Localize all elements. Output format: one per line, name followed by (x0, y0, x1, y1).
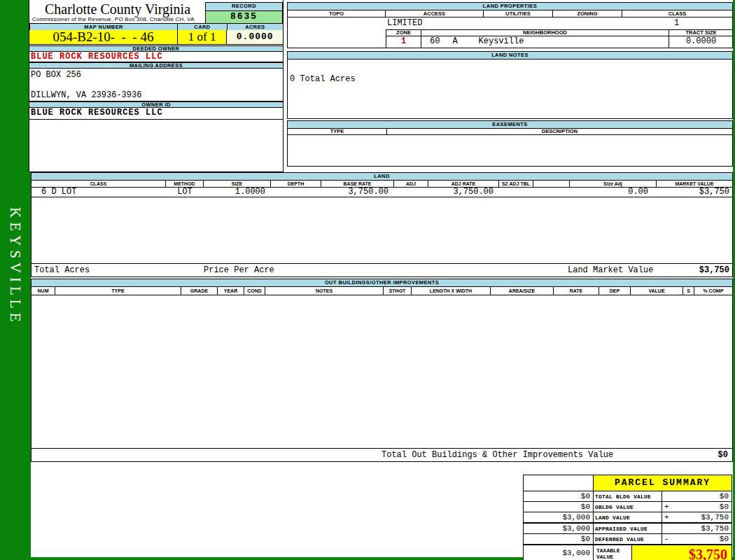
col-depth: DEPTH (271, 181, 321, 188)
out-buildings-title: OUT BUILDINGS/OTHER IMPROVEMENTS (31, 279, 732, 287)
mailing-address-line2: DILLWYN, VA 23936-3936 (31, 90, 141, 100)
taxable-value: $3,750 (632, 545, 732, 560)
deeded-owner-label: DEEDED OWNER (29, 46, 283, 52)
summary-row-land: $3,000 LAND VALUE +$3,750 (524, 512, 732, 522)
col-market-value: MARKET VALUE (657, 181, 732, 188)
land-columns: CLASS METHOD SIZE DEPTH BASE RATE ADJ AD… (31, 181, 732, 188)
land-section: LAND CLASS METHOD SIZE DEPTH BASE RATE A… (31, 172, 733, 277)
deeded-owner-value: BLUE ROCK RESOURCES LLC (29, 52, 283, 62)
commissioner-line: Commissioner of the Revenue, PO Box 308,… (32, 16, 195, 22)
price-per-acre-label: Price Per Acre (204, 265, 274, 275)
col-rate: RATE (554, 287, 599, 295)
acres-value: 0.0000 (227, 30, 283, 44)
land-title: LAND (31, 173, 732, 181)
out-buildings-total-label: Total Out Buildings & Other Improvements… (382, 450, 613, 460)
land-row: 6 D LOT LOT 1.0000 3,750.00 3,750.00 0.0… (31, 188, 732, 197)
col-description: DESCRIPTION (387, 129, 732, 135)
land-properties-section: LAND PROPERTIES TOPO ACCESS UTILITIES ZO… (287, 2, 733, 48)
land-market-value: $3,750 (699, 265, 729, 275)
col-sz-adj-tbl: SZ ADJ TBL (499, 181, 533, 188)
tract-size-value: 0.0000 (669, 36, 733, 48)
summary-row-taxable: $3,000 TAXABLE VALUE $3,750 (524, 544, 732, 560)
land-properties-title: LAND PROPERTIES (288, 3, 732, 10)
owner-id-label: OWNER ID (29, 102, 283, 108)
summary-row-obldg: $0 OBLDG VALUE +$0 (524, 501, 732, 512)
land-properties-values: LIMITED 1 ZONE NEIGHBORHOOD TRACT SIZE 1… (288, 18, 732, 48)
col-topo: TOPO (288, 10, 386, 18)
easements-section: EASEMENTS TYPE DESCRIPTION (287, 120, 733, 167)
access-value: LIMITED (387, 18, 422, 29)
out-buildings-section: OUT BUILDINGS/OTHER IMPROVEMENTS NUM TYP… (31, 279, 733, 462)
col-size-adj: Size Adj (570, 181, 657, 188)
col-notes: NOTES (265, 287, 384, 295)
owner-panel: Charlotte County Virginia Commissioner o… (29, 0, 284, 172)
property-record-card: KEYSVILLE Charlotte County Virginia Comm… (0, 0, 735, 560)
easements-columns: TYPE DESCRIPTION (288, 129, 732, 135)
owner-id-value: BLUE ROCK RESOURCES LLC (29, 108, 283, 120)
easements-title: EASEMENTS (288, 121, 732, 129)
col-method: METHOD (166, 181, 204, 188)
land-notes-section: LAND NOTES 0 Total Acres (287, 51, 733, 119)
col-year: YEAR (218, 287, 244, 295)
total-acres-label: Total Acres (34, 265, 90, 275)
col-class: CLASS (31, 181, 166, 188)
out-buildings-total-value: $0 (718, 450, 728, 460)
col-sthgt: STHGT (384, 287, 412, 295)
col-size: SIZE (204, 181, 271, 188)
map-number-value: 054-B2-10- - - 46 (29, 30, 178, 44)
summary-row-deferred: $0 DEFERRED VALUE -$0 (524, 533, 732, 544)
summary-row-appraised: $3,000 APPRAISED VALUE $3,750 (524, 522, 732, 533)
neighborhood-label: NEIGHBORHOOD (421, 30, 669, 36)
class-value: 1 (621, 18, 732, 29)
col-base-rate: BASE RATE (321, 181, 394, 188)
col-length-width: LENGTH X WIDTH (412, 287, 491, 295)
taxable-value-label: TAXABLE VALUE (594, 545, 632, 560)
map-value-row: 054-B2-10- - - 46 1 of 1 0.0000 (29, 30, 283, 45)
col-s: S (683, 287, 694, 295)
col-area-size: AREA/SIZE (491, 287, 554, 295)
parcel-summary-header: PARCEL SUMMARY (524, 475, 732, 491)
card-value: 1 of 1 (178, 30, 227, 44)
land-properties-columns: TOPO ACCESS UTILITIES ZONING CLASS (288, 10, 732, 18)
land-notes-title: LAND NOTES (288, 52, 732, 59)
col-adj: ADJ (394, 181, 428, 188)
parcel-summary-blank (524, 475, 594, 491)
parcel-summary-title: PARCEL SUMMARY (594, 475, 732, 491)
col-access: ACCESS (386, 10, 484, 18)
mailing-address-label: MAILING ADDRESS (29, 62, 283, 69)
col-dep: DEP (599, 287, 631, 295)
land-market-value-label: Land Market Value (568, 265, 653, 275)
col-adj-rate: ADJ RATE (428, 181, 499, 188)
col-grade: GRADE (181, 287, 218, 295)
record-label: RECORD (205, 2, 283, 11)
col-type: TYPE (288, 129, 387, 135)
land-notes-text: 0 Total Acres (290, 74, 356, 84)
zone-value: 1 (386, 36, 421, 48)
region-label-vertical: KEYSVILLE (6, 207, 24, 326)
col-num: NUM (31, 287, 55, 295)
col-class: CLASS (622, 10, 732, 18)
summary-row-total-bldg: $0 TOTAL BLDG VALUE $0 (524, 491, 732, 501)
county-title: Charlotte County Virginia (29, 1, 206, 18)
land-totals-row: Total Acres Price Per Acre Land Market V… (31, 263, 732, 276)
col-pct-comp: % COMP (694, 287, 732, 295)
mailing-address-box: PO BOX 256 DILLWYN, VA 23936-3936 (29, 69, 283, 102)
parcel-summary-section: PARCEL SUMMARY $0 TOTAL BLDG VALUE $0 $0… (523, 475, 732, 560)
col-value: VALUE (631, 287, 683, 295)
out-buildings-total-row: Total Out Buildings & Other Improvements… (31, 448, 732, 461)
col-type: TYPE (55, 287, 181, 295)
record-box: RECORD 8635 (205, 2, 283, 24)
record-value: 8635 (205, 11, 283, 24)
zone-label: ZONE (386, 30, 421, 36)
mailing-address-line1: PO BOX 256 (31, 70, 281, 80)
col-cond: COND (244, 287, 265, 295)
col-blank (533, 181, 570, 188)
neighborhood-value: 60AKeysville (421, 36, 669, 48)
col-zoning: ZONING (553, 10, 622, 18)
tract-size-label: TRACT SIZE (669, 30, 733, 36)
out-buildings-columns: NUM TYPE GRADE YEAR COND NOTES STHGT LEN… (31, 287, 732, 295)
zone-table: ZONE NEIGHBORHOOD TRACT SIZE 1 60AKeysvi… (386, 29, 733, 48)
col-utilities: UTILITIES (484, 10, 553, 18)
